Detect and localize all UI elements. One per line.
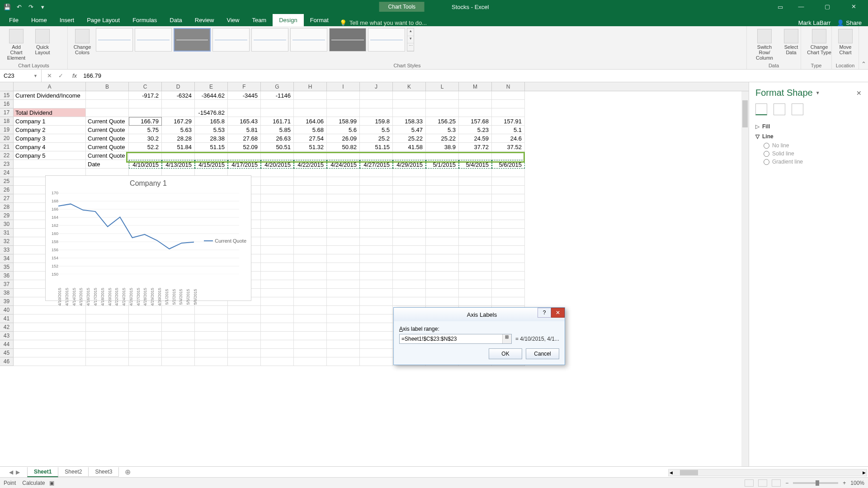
cell-I30[interactable] [327, 220, 360, 229]
cell-I33[interactable] [327, 246, 360, 254]
cell-L20[interactable]: 25.22 [426, 134, 459, 143]
row-header-29[interactable]: 29 [0, 211, 14, 220]
cell-E43[interactable] [195, 332, 228, 340]
row-header-19[interactable]: 19 [0, 126, 14, 134]
cell-M18[interactable]: 157.68 [459, 117, 492, 126]
cell-J20[interactable]: 25.2 [360, 134, 393, 143]
cell-J43[interactable] [360, 332, 393, 340]
cell-G30[interactable] [261, 220, 294, 229]
cell-K34[interactable] [393, 254, 426, 263]
cell-M17[interactable] [459, 108, 492, 117]
cell-N33[interactable] [492, 246, 525, 254]
cell-F20[interactable]: 27.68 [228, 134, 261, 143]
cell-L29[interactable] [426, 211, 459, 220]
row-header-41[interactable]: 41 [0, 314, 14, 323]
row-header-30[interactable]: 30 [0, 220, 14, 229]
vertical-scrollbar[interactable] [741, 91, 749, 466]
col-header-A[interactable]: A [14, 82, 86, 91]
select-all-corner[interactable] [0, 82, 14, 91]
redo-icon[interactable]: ↷ [27, 3, 34, 10]
cell-J41[interactable] [360, 314, 393, 323]
cell-H15[interactable] [294, 91, 327, 100]
fill-section[interactable]: ▷Fill [755, 122, 862, 131]
cell-D41[interactable] [162, 314, 195, 323]
chart-style-2[interactable] [135, 28, 172, 52]
cell-I34[interactable] [327, 254, 360, 263]
cell-A43[interactable] [14, 332, 86, 340]
cell-F42[interactable] [228, 323, 261, 332]
cell-J35[interactable] [360, 263, 393, 272]
minimize-button[interactable]: ― [792, 3, 810, 10]
cell-G18[interactable]: 161.71 [261, 117, 294, 126]
cell-H35[interactable] [294, 263, 327, 272]
cell-B15[interactable] [86, 91, 129, 100]
cell-H22[interactable] [294, 151, 327, 160]
row-header-33[interactable]: 33 [0, 246, 14, 254]
cell-I28[interactable] [327, 203, 360, 211]
chevron-up-icon[interactable]: ▴ [407, 28, 414, 36]
cell-E44[interactable] [195, 340, 228, 349]
cell-K16[interactable] [393, 100, 426, 108]
cell-G21[interactable]: 50.51 [261, 143, 294, 151]
cell-C22[interactable] [129, 151, 162, 160]
cell-K17[interactable] [393, 108, 426, 117]
cell-I15[interactable] [327, 91, 360, 100]
cell-M31[interactable] [459, 229, 492, 237]
row-header-28[interactable]: 28 [0, 203, 14, 211]
horizontal-scrollbar[interactable]: ◀ ▶ [668, 469, 867, 476]
cell-L27[interactable] [426, 194, 459, 203]
cell-I46[interactable] [327, 357, 360, 366]
row-header-38[interactable]: 38 [0, 289, 14, 297]
cell-H19[interactable]: 5.68 [294, 126, 327, 134]
col-header-H[interactable]: H [294, 82, 327, 91]
row-header-21[interactable]: 21 [0, 143, 14, 151]
cell-M21[interactable]: 37.72 [459, 143, 492, 151]
dialog-close-button[interactable]: ✕ [551, 308, 565, 318]
cell-J39[interactable] [360, 297, 393, 306]
cell-L39[interactable] [426, 297, 459, 306]
sheet-tab-1[interactable]: Sheet1 [27, 467, 58, 477]
cell-G42[interactable] [261, 323, 294, 332]
cell-H36[interactable] [294, 272, 327, 280]
cell-I18[interactable]: 158.99 [327, 117, 360, 126]
name-box[interactable]: ▼ [0, 70, 42, 82]
cell-M24[interactable] [459, 169, 492, 177]
solid-line-radio[interactable]: Solid line [755, 150, 862, 158]
cell-E15[interactable]: -3644.62 [195, 91, 228, 100]
normal-view-button[interactable] [745, 479, 754, 487]
style-scroll[interactable]: ▴▾⋯ [407, 28, 414, 52]
quick-layout-button[interactable]: Quick Layout [32, 28, 53, 56]
cell-H44[interactable] [294, 340, 327, 349]
ok-button[interactable]: OK [489, 348, 522, 359]
cell-B41[interactable] [86, 314, 129, 323]
row-header-36[interactable]: 36 [0, 272, 14, 280]
close-pane-button[interactable]: ✕ [856, 89, 862, 97]
sheet-tab-2[interactable]: Sheet2 [58, 467, 89, 477]
cell-I43[interactable] [327, 332, 360, 340]
cell-H28[interactable] [294, 203, 327, 211]
cell-E21[interactable]: 51.15 [195, 143, 228, 151]
cell-G25[interactable] [261, 177, 294, 186]
cell-D45[interactable] [162, 349, 195, 357]
cell-H42[interactable] [294, 323, 327, 332]
cell-H25[interactable] [294, 177, 327, 186]
cell-L33[interactable] [426, 246, 459, 254]
cell-G24[interactable] [261, 169, 294, 177]
cell-M23[interactable]: 5/4/2015 [459, 160, 492, 169]
cell-I45[interactable] [327, 349, 360, 357]
cell-C17[interactable] [129, 108, 162, 117]
cell-E22[interactable] [195, 151, 228, 160]
row-header-17[interactable]: 17 [0, 108, 14, 117]
cell-G33[interactable] [261, 246, 294, 254]
cell-A21[interactable]: Company 4 [14, 143, 86, 151]
cell-J22[interactable] [360, 151, 393, 160]
cell-L31[interactable] [426, 229, 459, 237]
cell-L23[interactable]: 5/1/2015 [426, 160, 459, 169]
cell-B20[interactable]: Current Quote [86, 134, 129, 143]
add-chart-element-button[interactable]: Add Chart Element [4, 28, 29, 61]
cell-N30[interactable] [492, 220, 525, 229]
cell-N35[interactable] [492, 263, 525, 272]
col-header-C[interactable]: C [129, 82, 162, 91]
cell-L17[interactable] [426, 108, 459, 117]
cell-L21[interactable]: 38.9 [426, 143, 459, 151]
